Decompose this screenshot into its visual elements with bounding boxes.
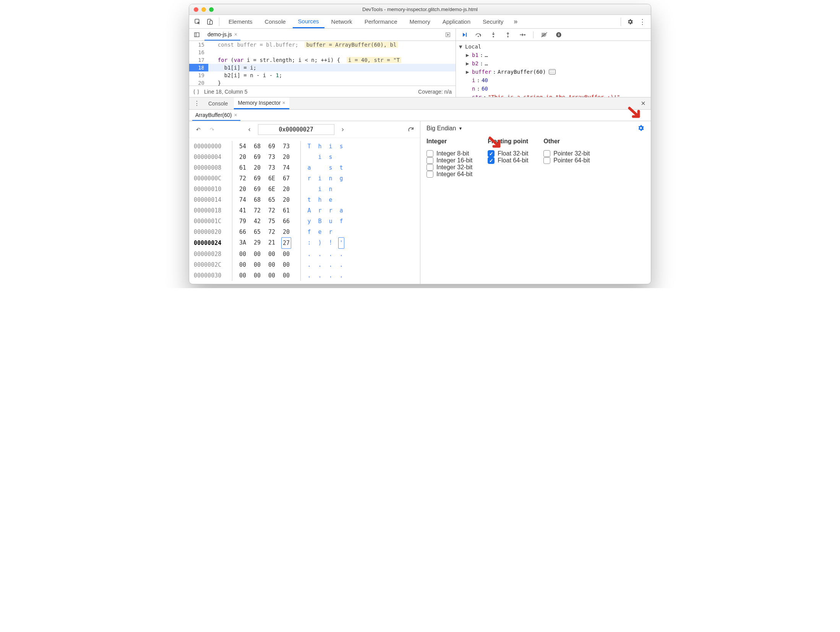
- drawer-menu-icon[interactable]: ⋮: [191, 98, 202, 109]
- next-page-icon[interactable]: ›: [337, 124, 348, 135]
- code-line[interactable]: 18 b1[i] = i;: [189, 64, 456, 71]
- refresh-icon[interactable]: [405, 124, 416, 135]
- pretty-print-icon[interactable]: { }: [193, 89, 199, 95]
- hex-row[interactable]: 0000001020696E20 in: [194, 184, 415, 194]
- float-option[interactable]: Float 64-bit: [488, 157, 528, 164]
- tab-security[interactable]: Security: [477, 15, 509, 28]
- float-settings: Floating point Float 32-bitFloat 64-bit: [488, 138, 528, 178]
- scope-variable[interactable]: str: "This is a string in the ArrayBuffe…: [466, 93, 648, 97]
- hex-row[interactable]: 000000243A292127:)!': [194, 237, 415, 249]
- hex-row[interactable]: 0000001474686520the: [194, 194, 415, 205]
- hex-row[interactable]: 0000001C79427566yBuf: [194, 216, 415, 227]
- checkbox[interactable]: [543, 150, 550, 157]
- window-title: DevTools - memory-inspector.glitch.me/de…: [193, 6, 647, 12]
- scope-variable[interactable]: i: 40: [466, 76, 648, 84]
- scope-variable[interactable]: ▶buffer: ArrayBuffer(60): [466, 68, 648, 76]
- kebab-menu-icon[interactable]: ⋮: [637, 16, 648, 27]
- close-icon[interactable]: ×: [234, 31, 237, 37]
- hex-row[interactable]: 0000002066657220fer: [194, 227, 415, 237]
- settings-gear-icon[interactable]: [637, 124, 645, 132]
- close-icon[interactable]: ×: [282, 100, 285, 106]
- redo-icon[interactable]: ↷: [207, 124, 217, 135]
- hex-row[interactable]: 0000002800000000....: [194, 249, 415, 259]
- hex-row[interactable]: 0000000420697320 is: [194, 152, 415, 162]
- step-icon[interactable]: [517, 29, 528, 40]
- memory-chip-icon[interactable]: [549, 69, 556, 75]
- run-snippet-icon[interactable]: [443, 29, 453, 40]
- checkbox[interactable]: [426, 157, 433, 164]
- code-line[interactable]: 16: [189, 49, 456, 56]
- maximize-icon[interactable]: [209, 7, 214, 12]
- tab-sources[interactable]: Sources: [293, 15, 324, 28]
- file-tab-label: demo-js.js: [208, 31, 232, 37]
- minimize-icon[interactable]: [201, 7, 206, 12]
- checkbox[interactable]: [426, 171, 433, 178]
- hex-row[interactable]: 0000001841727261Arra: [194, 205, 415, 216]
- svg-point-8: [507, 36, 509, 37]
- scope-pane: ▼Local ▶b1: …▶b2: …▶buffer: ArrayBuffer(…: [456, 41, 651, 97]
- scope-variable[interactable]: ▶b1: …: [466, 51, 648, 59]
- checkbox[interactable]: [426, 164, 433, 171]
- more-tabs-icon[interactable]: »: [510, 16, 521, 27]
- checkbox[interactable]: [543, 157, 550, 164]
- hex-row[interactable]: 0000002C00000000....: [194, 259, 415, 270]
- file-tab-demo-js[interactable]: demo-js.js ×: [204, 29, 240, 41]
- tab-performance[interactable]: Performance: [359, 15, 403, 28]
- resume-icon[interactable]: [459, 29, 470, 40]
- drawer-tabs: ⋮ Console Memory Inspector × ×: [189, 97, 651, 110]
- hex-row[interactable]: 0000003000000000....: [194, 270, 415, 281]
- scope-variable[interactable]: n: 60: [466, 84, 648, 93]
- other-option[interactable]: Pointer 32-bit: [543, 150, 590, 157]
- drawer-tab-memory-inspector[interactable]: Memory Inspector ×: [234, 97, 289, 109]
- code-line[interactable]: 20 }: [189, 79, 456, 86]
- file-tabs: demo-js.js ×: [189, 29, 456, 41]
- device-icon[interactable]: [204, 16, 215, 27]
- other-settings: Other Pointer 32-bitPointer 64-bit: [543, 138, 590, 178]
- undo-icon[interactable]: ↶: [193, 124, 204, 135]
- memory-inspector-tabs: ArrayBuffer(60) ×: [189, 110, 651, 121]
- checkbox[interactable]: [488, 157, 495, 164]
- tab-application[interactable]: Application: [437, 15, 476, 28]
- integer-option[interactable]: Integer 16-bit: [426, 157, 472, 164]
- chevron-down-icon[interactable]: ▼: [458, 126, 462, 131]
- integer-option[interactable]: Integer 64-bit: [426, 171, 472, 178]
- devtools-window: DevTools - memory-inspector.glitch.me/de…: [189, 4, 651, 284]
- other-option[interactable]: Pointer 64-bit: [543, 157, 590, 164]
- close-drawer-icon[interactable]: ×: [638, 98, 649, 109]
- integer-option[interactable]: Integer 8-bit: [426, 150, 472, 157]
- code-line[interactable]: 19 b2[i] = n - i - 1;: [189, 71, 456, 79]
- gear-icon[interactable]: [625, 16, 636, 27]
- nav-icon[interactable]: [191, 29, 202, 40]
- inspect-icon[interactable]: [192, 16, 203, 27]
- address-input[interactable]: [258, 124, 334, 135]
- code-line[interactable]: 17 for (var i = str.length; i < n; ++i) …: [189, 56, 456, 64]
- scope-variable[interactable]: ▶b2: …: [466, 59, 648, 68]
- pause-exceptions-icon[interactable]: [553, 29, 564, 40]
- svg-rect-12: [559, 33, 559, 36]
- step-over-icon[interactable]: [474, 29, 484, 40]
- tab-network[interactable]: Network: [326, 15, 358, 28]
- checkbox[interactable]: [426, 150, 433, 157]
- svg-rect-2: [210, 21, 212, 24]
- tab-memory[interactable]: Memory: [404, 15, 436, 28]
- close-icon[interactable]: [194, 7, 198, 12]
- deactivate-bp-icon[interactable]: [539, 29, 550, 40]
- tab-elements[interactable]: Elements: [223, 15, 258, 28]
- drawer-tab-console[interactable]: Console: [204, 97, 232, 109]
- code-line[interactable]: 15 const buffer = bl.buffer; buffer = Ar…: [189, 41, 456, 49]
- tab-console[interactable]: Console: [259, 15, 291, 28]
- debugger-toolbar: [456, 29, 651, 41]
- cursor-position: Line 18, Column 5: [204, 89, 248, 95]
- prev-page-icon[interactable]: ‹: [244, 124, 255, 135]
- mem-tab-arraybuffer[interactable]: ArrayBuffer(60) ×: [192, 110, 240, 121]
- checkbox[interactable]: [488, 150, 495, 157]
- hex-row[interactable]: 0000000861207374a st: [194, 162, 415, 173]
- endian-select[interactable]: Big Endian: [426, 125, 456, 132]
- step-into-icon[interactable]: [488, 29, 499, 40]
- float-option[interactable]: Float 32-bit: [488, 150, 528, 157]
- close-icon[interactable]: ×: [234, 112, 237, 118]
- hex-row[interactable]: 0000000C72696E67ring: [194, 173, 415, 184]
- step-out-icon[interactable]: [503, 29, 513, 40]
- integer-option[interactable]: Integer 32-bit: [426, 164, 472, 171]
- hex-row[interactable]: 0000000054686973This: [194, 141, 415, 152]
